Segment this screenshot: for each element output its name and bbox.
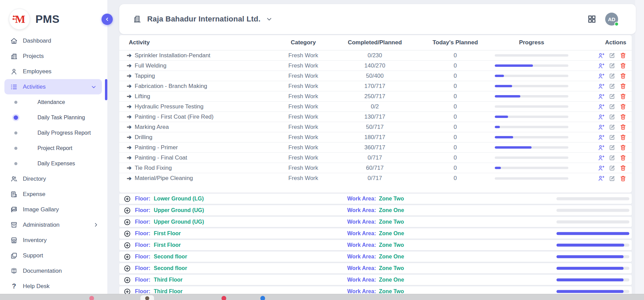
actions-cell xyxy=(568,52,632,59)
edit-button[interactable] xyxy=(609,134,615,140)
trash-icon xyxy=(620,103,626,110)
expand-floor-button[interactable] xyxy=(124,253,131,260)
edit-button[interactable] xyxy=(609,93,615,100)
sidebar-item-activities[interactable]: Activities xyxy=(4,79,102,94)
progress-cell xyxy=(495,105,568,108)
sidebar-item-documentation[interactable]: Documentation xyxy=(0,263,107,279)
completed-planned-cell: 0/2 xyxy=(334,103,416,110)
taskbar-app-icon[interactable] xyxy=(140,295,154,300)
user-avatar[interactable]: AD xyxy=(605,13,618,26)
expand-floor-button[interactable] xyxy=(124,242,131,249)
delete-button[interactable] xyxy=(620,62,626,69)
col-header-todays-planned: Today's Planned xyxy=(416,39,495,46)
sidebar-item-dashboard[interactable]: Dashboard xyxy=(0,33,107,48)
plus-circle-icon xyxy=(124,242,131,249)
delete-button[interactable] xyxy=(620,134,626,140)
delete-button[interactable] xyxy=(620,93,626,100)
trash-icon xyxy=(620,124,626,130)
sidebar-subitem-daily-expenses[interactable]: Daily Expenses xyxy=(0,156,107,171)
assign-user-button[interactable] xyxy=(598,144,604,151)
apps-grid-icon[interactable] xyxy=(587,15,596,24)
sidebar-subitem-daily-progress-report[interactable]: Daily Progress Report xyxy=(0,125,107,140)
sidebar-item-image-gallary[interactable]: Image Gallary xyxy=(0,202,107,217)
actions-cell xyxy=(568,103,632,110)
expand-floor-button[interactable] xyxy=(124,265,131,272)
category-cell: Fresh Work xyxy=(273,114,334,120)
assign-user-button[interactable] xyxy=(598,73,604,79)
completed-planned-cell: 180/717 xyxy=(334,134,416,141)
todays-planned-cell: 0 xyxy=(416,52,495,59)
progress-cell xyxy=(495,126,568,128)
scrollbar-track[interactable] xyxy=(635,0,644,294)
edit-button[interactable] xyxy=(609,144,615,151)
sidebar-subitem-daily-task-planning[interactable]: Daily Task Planning xyxy=(0,110,107,125)
activity-cell: ➔ Sprinkler Installation-Pendant xyxy=(119,52,273,59)
assign-user-button[interactable] xyxy=(598,165,604,171)
expand-floor-button[interactable] xyxy=(124,219,131,226)
assign-user-button[interactable] xyxy=(598,175,604,182)
taskbar-dot-icon[interactable] xyxy=(260,296,265,300)
edit-button[interactable] xyxy=(609,83,615,89)
delete-button[interactable] xyxy=(620,114,626,120)
edit-button[interactable] xyxy=(609,114,615,120)
arrow-right-icon: ➔ xyxy=(127,123,132,131)
expand-floor-button[interactable] xyxy=(124,195,131,202)
edit-button[interactable] xyxy=(609,103,615,110)
edit-button[interactable] xyxy=(609,124,615,130)
edit-button[interactable] xyxy=(609,62,615,69)
delete-button[interactable] xyxy=(620,175,626,182)
arrow-right-icon: ➔ xyxy=(127,103,132,110)
progress-cell xyxy=(495,146,568,149)
assign-user-button[interactable] xyxy=(598,93,604,100)
assign-user-button[interactable] xyxy=(598,83,604,90)
sidebar-subitem-attendance[interactable]: Attendance xyxy=(0,94,107,110)
table-row: ➔ Material/Pipe Cleaning Fresh Work 0/71… xyxy=(119,173,632,183)
edit-button[interactable] xyxy=(609,165,615,171)
sidebar-item-expense[interactable]: Expense xyxy=(0,186,107,202)
progress-bar xyxy=(495,146,568,149)
sidebar-item-inventory[interactable]: Inventory xyxy=(0,232,107,248)
edit-button[interactable] xyxy=(609,175,615,182)
company-selector[interactable]: Raja Bahadur International Ltd. xyxy=(133,15,272,24)
delete-button[interactable] xyxy=(620,83,626,89)
assign-user-button[interactable] xyxy=(598,124,604,131)
taskbar-dot-icon[interactable] xyxy=(89,296,94,300)
expand-floor-button[interactable] xyxy=(124,230,131,237)
sidebar-subitem-project-report[interactable]: Project Report xyxy=(0,140,107,156)
sidebar-item-projects[interactable]: Projects xyxy=(0,48,107,64)
actions-cell xyxy=(568,144,632,151)
sidebar: M PMS Dashboard Projects Employees Activ… xyxy=(0,0,107,294)
sidebar-item-employees[interactable]: Employees xyxy=(0,64,107,79)
assign-user-button[interactable] xyxy=(598,52,604,59)
delete-button[interactable] xyxy=(620,73,626,79)
bullet-dot-icon xyxy=(14,147,17,150)
edit-button[interactable] xyxy=(609,154,615,161)
sidebar-item-support[interactable]: Support xyxy=(0,248,107,263)
sidebar-item-administration[interactable]: Administration xyxy=(0,217,107,232)
floor-row: Floor: Upper Ground (UG) Work Area: Zone… xyxy=(119,205,632,215)
chevron-down-icon xyxy=(266,16,272,22)
actions-cell xyxy=(568,62,632,69)
delete-button[interactable] xyxy=(620,165,626,171)
expand-floor-button[interactable] xyxy=(124,276,131,284)
delete-button[interactable] xyxy=(620,154,626,161)
floor-label: Floor: xyxy=(135,242,150,248)
assign-user-button[interactable] xyxy=(598,114,604,120)
assign-user-button[interactable] xyxy=(598,62,604,69)
delete-button[interactable] xyxy=(620,144,626,151)
assign-user-button[interactable] xyxy=(598,103,604,110)
delete-button[interactable] xyxy=(620,124,626,130)
delete-button[interactable] xyxy=(620,103,626,110)
assign-user-button[interactable] xyxy=(598,154,604,161)
expand-floor-button[interactable] xyxy=(124,207,131,214)
edit-button[interactable] xyxy=(609,52,615,59)
delete-button[interactable] xyxy=(620,52,626,59)
sidebar-item-directory[interactable]: Directory xyxy=(0,171,107,186)
edit-button[interactable] xyxy=(609,73,615,79)
trash-icon xyxy=(620,62,626,69)
assign-user-button[interactable] xyxy=(598,134,604,141)
taskbar-dot-icon[interactable] xyxy=(221,296,226,300)
sidebar-item-help-desk[interactable]: ? Help Desk xyxy=(0,279,107,294)
bullet-dot-icon xyxy=(14,131,17,134)
sidebar-collapse-button[interactable] xyxy=(102,14,113,25)
